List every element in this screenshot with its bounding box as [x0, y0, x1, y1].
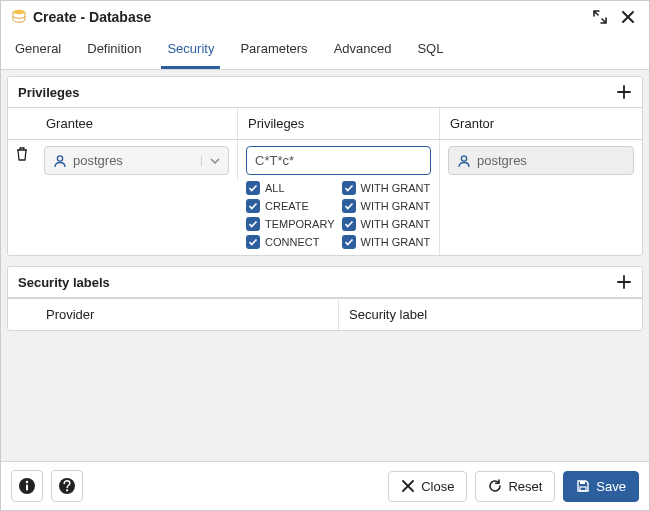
grantor-field: postgres [448, 146, 634, 175]
checkbox-temporary[interactable]: TEMPORARY [246, 217, 336, 231]
svg-point-0 [13, 10, 25, 14]
security-labels-header-row: Provider Security label [8, 298, 642, 330]
svg-rect-4 [26, 485, 28, 491]
checkbox-all[interactable]: ALL [246, 181, 336, 195]
svg-point-5 [26, 481, 28, 483]
checkbox-temporary-wgo[interactable]: WITH GRANT OPTION [342, 217, 432, 231]
database-icon [11, 9, 27, 25]
checkbox-create[interactable]: CREATE [246, 199, 336, 213]
grantee-select[interactable]: postgres [44, 146, 229, 175]
tab-parameters[interactable]: Parameters [234, 33, 313, 69]
tab-general[interactable]: General [9, 33, 67, 69]
security-labels-panel: Security labels Provider Security label [7, 266, 643, 331]
col-privileges: Privileges [238, 108, 440, 139]
checkbox-all-wgo[interactable]: WITH GRANT OPTION [342, 181, 432, 195]
tab-security[interactable]: Security [161, 33, 220, 69]
delete-row-button[interactable] [15, 146, 29, 162]
user-icon [53, 154, 67, 168]
close-icon[interactable] [617, 10, 639, 24]
checkbox-connect-wgo[interactable]: WITH GRANT OPTION [342, 235, 432, 249]
svg-rect-8 [580, 481, 585, 484]
dialog-body: Privileges Grantee Privileges Grantor [1, 70, 649, 461]
user-icon [457, 154, 471, 168]
col-grantor: Grantor [440, 108, 642, 139]
privilege-row: postgres ALL WITH GRANT OPTION CREATE WI… [8, 140, 642, 255]
dialog-title: Create - Database [33, 9, 583, 25]
svg-point-2 [461, 155, 466, 160]
col-provider: Provider [36, 299, 339, 330]
privilege-checkboxes: ALL WITH GRANT OPTION CREATE WITH GRANT … [246, 181, 431, 249]
chevron-down-icon [201, 156, 220, 166]
help-button[interactable] [51, 470, 83, 502]
privileges-header-row: Grantee Privileges Grantor [8, 108, 642, 140]
close-button[interactable]: Close [388, 471, 467, 502]
expand-icon[interactable] [589, 10, 611, 24]
tab-advanced[interactable]: Advanced [328, 33, 398, 69]
tab-bar: General Definition Security Parameters A… [1, 33, 649, 70]
checkbox-connect[interactable]: CONNECT [246, 235, 336, 249]
dialog-footer: Close Reset Save [1, 461, 649, 510]
col-security-label: Security label [339, 299, 642, 330]
titlebar: Create - Database [1, 1, 649, 33]
svg-point-7 [66, 489, 68, 491]
privileges-title: Privileges [18, 85, 79, 100]
tab-definition[interactable]: Definition [81, 33, 147, 69]
col-grantee: Grantee [36, 108, 238, 139]
grantee-value: postgres [73, 153, 123, 168]
security-labels-title: Security labels [18, 275, 110, 290]
grantor-value: postgres [477, 153, 527, 168]
add-privilege-button[interactable] [616, 84, 632, 100]
dialog-window: Create - Database General Definition Sec… [0, 0, 650, 511]
save-button[interactable]: Save [563, 471, 639, 502]
add-security-label-button[interactable] [616, 274, 632, 290]
privileges-input[interactable] [246, 146, 431, 175]
svg-point-1 [57, 155, 62, 160]
reset-button[interactable]: Reset [475, 471, 555, 502]
privileges-panel: Privileges Grantee Privileges Grantor [7, 76, 643, 256]
checkbox-create-wgo[interactable]: WITH GRANT OPTION [342, 199, 432, 213]
info-button[interactable] [11, 470, 43, 502]
tab-sql[interactable]: SQL [411, 33, 449, 69]
